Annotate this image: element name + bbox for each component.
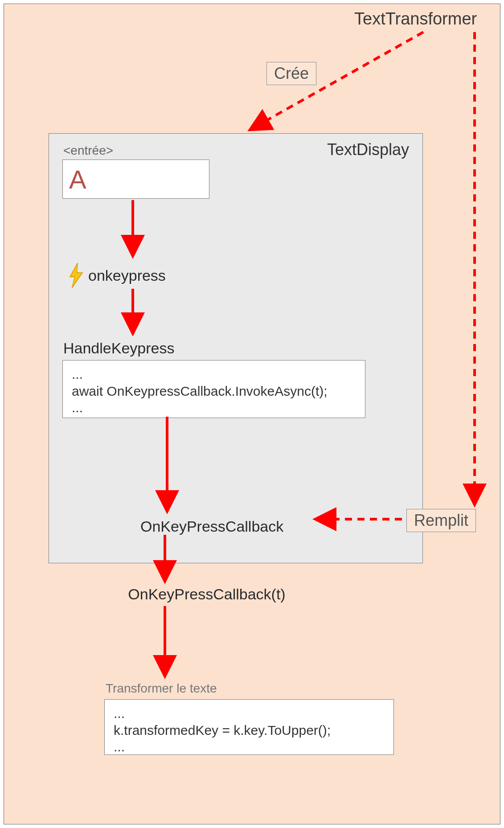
text-input-field[interactable]: A — [62, 160, 209, 199]
code-line: await OnKeypressCallback.InvokeAsync(t); — [72, 383, 356, 400]
text-transformer-panel: TextTransformer Crée TextDisplay <entrée… — [4, 4, 500, 824]
cree-label: Crée — [266, 62, 316, 85]
text-input-value: A — [69, 164, 86, 194]
diagram-canvas: TextTransformer Crée TextDisplay <entrée… — [0, 0, 504, 828]
onkeypresscallback-call-label: OnKeyPressCallback(t) — [73, 586, 340, 603]
entree-label: <entrée> — [63, 143, 113, 158]
text-display-panel: TextDisplay <entrée> A onkeypress Handle… — [49, 133, 423, 563]
remplit-label: Remplit — [406, 509, 476, 532]
code-line: k.transformedKey = k.key.ToUpper(); — [114, 722, 385, 739]
onkeypress-label: onkeypress — [88, 267, 166, 284]
code-line: ... — [114, 738, 385, 755]
code-line: ... — [72, 399, 356, 416]
onkeypress-event-row: onkeypress — [68, 263, 166, 288]
text-display-title: TextDisplay — [327, 140, 409, 159]
text-transformer-title: TextTransformer — [354, 9, 488, 29]
handlekeypress-code-box: ... await OnKeypressCallback.InvokeAsync… — [62, 360, 365, 418]
transform-code-box: ... k.transformedKey = k.key.ToUpper(); … — [104, 699, 394, 755]
transformer-title-label: Transformer le texte — [106, 681, 217, 696]
handlekeypress-title: HandleKeypress — [63, 340, 174, 357]
lightning-bolt-icon — [68, 263, 85, 288]
code-line: ... — [114, 705, 385, 722]
onkeypresscallback-label: OnKeyPressCallback — [140, 518, 283, 535]
svg-marker-0 — [70, 263, 82, 288]
code-line: ... — [72, 366, 356, 383]
